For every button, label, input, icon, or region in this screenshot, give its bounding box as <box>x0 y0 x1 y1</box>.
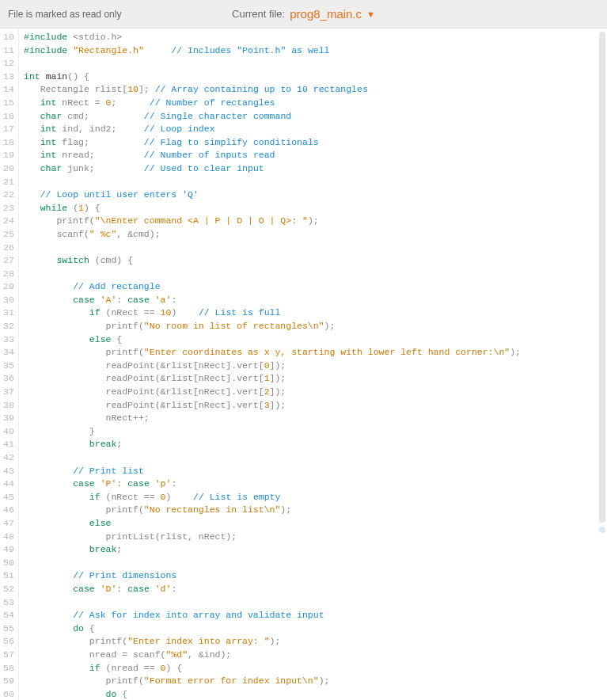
line-number: 48 <box>3 531 13 544</box>
line-number: 58 <box>3 662 13 675</box>
code-line[interactable] <box>24 557 607 570</box>
readonly-message: File is marked as read only <box>8 9 121 20</box>
scroll-marker <box>599 527 605 533</box>
code-line[interactable]: break; <box>24 438 607 451</box>
code-line[interactable]: readPoint(&rlist[nRect].vert[1]); <box>24 372 607 386</box>
code-line[interactable]: break; <box>24 543 607 557</box>
line-number: 10 <box>3 31 13 44</box>
code-line[interactable]: int flag; // Flag to simplify conditiona… <box>24 136 607 150</box>
code-line[interactable]: else { <box>24 333 607 347</box>
line-number: 42 <box>3 451 13 465</box>
code-line[interactable]: printList(rlist, nRect); <box>24 531 607 544</box>
line-number: 35 <box>3 360 13 373</box>
code-editor: 1011121314151617181920212223242526272829… <box>0 29 607 700</box>
code-line[interactable]: else <box>24 517 607 531</box>
line-number: 38 <box>3 399 13 413</box>
code-line[interactable]: readPoint(&rlist[nRect].vert[2]); <box>24 386 607 399</box>
line-number: 12 <box>3 57 13 70</box>
code-line[interactable]: printf("No room in list of rectangles\n"… <box>24 320 607 333</box>
code-line[interactable]: // Loop until user enters 'Q' <box>24 188 607 202</box>
line-number: 33 <box>3 333 13 347</box>
line-number: 16 <box>3 110 13 124</box>
code-line[interactable]: char cmd; // Single character command <box>24 110 607 124</box>
line-number: 37 <box>3 386 13 399</box>
line-number: 55 <box>3 622 13 636</box>
code-line[interactable]: scanf(" %c", &cmd); <box>24 228 607 242</box>
code-line[interactable]: char junk; // Used to clear input <box>24 162 607 176</box>
line-number: 11 <box>3 44 13 58</box>
code-line[interactable] <box>24 176 607 189</box>
code-line[interactable] <box>24 268 607 281</box>
line-number: 32 <box>3 320 13 333</box>
code-line[interactable]: #include "Rectangle.h" // Includes "Poin… <box>24 44 607 58</box>
code-line[interactable]: readPoint(&rlist[nRect].vert[3]); <box>24 399 607 413</box>
code-line[interactable]: printf("Enter coordinates as x y, starti… <box>24 346 607 360</box>
line-number: 22 <box>3 188 13 202</box>
code-line[interactable]: // Ask for index into array and validate… <box>24 609 607 622</box>
scrollbar[interactable] <box>599 32 605 697</box>
code-line[interactable]: } <box>24 425 607 439</box>
code-line[interactable] <box>24 242 607 255</box>
line-number: 49 <box>3 543 13 557</box>
code-line[interactable]: Rectangle rlist[10]; // Array containing… <box>24 83 607 97</box>
line-number: 57 <box>3 649 13 662</box>
line-number: 59 <box>3 675 13 688</box>
line-number: 41 <box>3 438 13 451</box>
line-number: 17 <box>3 123 13 136</box>
line-number: 60 <box>3 688 13 700</box>
code-line[interactable]: while (1) { <box>24 202 607 215</box>
line-number: 54 <box>3 609 13 622</box>
line-number: 53 <box>3 596 13 610</box>
code-line[interactable]: if (nRect == 10) // List is full <box>24 306 607 320</box>
code-line[interactable]: printf("Enter index into array: "); <box>24 635 607 649</box>
line-number: 13 <box>3 70 13 84</box>
line-number: 18 <box>3 136 13 150</box>
code-line[interactable]: do { <box>24 688 607 700</box>
line-number: 26 <box>3 242 13 255</box>
chevron-down-icon[interactable]: ▼ <box>366 10 375 19</box>
line-gutter: 1011121314151617181920212223242526272829… <box>0 29 19 700</box>
code-line[interactable] <box>24 57 607 70</box>
line-number: 15 <box>3 97 13 110</box>
code-line[interactable]: // Print dimensions <box>24 569 607 583</box>
code-line[interactable]: readPoint(&rlist[nRect].vert[0]); <box>24 360 607 373</box>
line-number: 39 <box>3 412 13 425</box>
code-line[interactable] <box>24 596 607 610</box>
line-number: 44 <box>3 477 13 491</box>
line-number: 43 <box>3 465 13 478</box>
code-line[interactable]: case 'P': case 'p': <box>24 477 607 491</box>
code-line[interactable]: // Add rectangle <box>24 280 607 294</box>
line-number: 20 <box>3 162 13 176</box>
code-line[interactable]: printf("No rectangles in list\n"); <box>24 504 607 517</box>
file-selector[interactable]: Current file: prog8_main.c ▼ <box>232 7 375 21</box>
line-number: 30 <box>3 294 13 307</box>
code-line[interactable]: nRect++; <box>24 412 607 425</box>
code-line[interactable]: case 'D': case 'd': <box>24 583 607 596</box>
code-line[interactable]: printf("\nEnter command <A | P | D | O |… <box>24 215 607 228</box>
code-area[interactable]: #include <stdio.h>#include "Rectangle.h"… <box>19 29 607 700</box>
line-number: 45 <box>3 491 13 504</box>
code-line[interactable]: int nread; // Number of inputs read <box>24 149 607 162</box>
code-line[interactable]: do { <box>24 622 607 636</box>
code-line[interactable] <box>24 451 607 465</box>
line-number: 14 <box>3 83 13 97</box>
line-number: 46 <box>3 504 13 517</box>
current-file-name[interactable]: prog8_main.c <box>290 7 362 21</box>
line-number: 36 <box>3 372 13 386</box>
line-number: 24 <box>3 215 13 228</box>
code-line[interactable]: nread = scanf("%d", &ind); <box>24 649 607 662</box>
scroll-thumb[interactable] <box>599 32 605 523</box>
line-number: 19 <box>3 149 13 162</box>
code-line[interactable]: printf("Format error for index input\n")… <box>24 675 607 688</box>
code-line[interactable]: if (nRect == 0) // List is empty <box>24 491 607 504</box>
code-line[interactable]: #include <stdio.h> <box>24 31 607 44</box>
code-line[interactable]: int nRect = 0; // Number of rectangles <box>24 97 607 110</box>
code-line[interactable]: int main() { <box>24 70 607 84</box>
code-line[interactable]: switch (cmd) { <box>24 254 607 268</box>
line-number: 51 <box>3 569 13 583</box>
code-line[interactable]: int ind, ind2; // Loop index <box>24 123 607 136</box>
code-line[interactable]: if (nread == 0) { <box>24 662 607 675</box>
code-line[interactable]: case 'A': case 'a': <box>24 294 607 307</box>
code-line[interactable]: // Print list <box>24 465 607 478</box>
line-number: 40 <box>3 425 13 439</box>
